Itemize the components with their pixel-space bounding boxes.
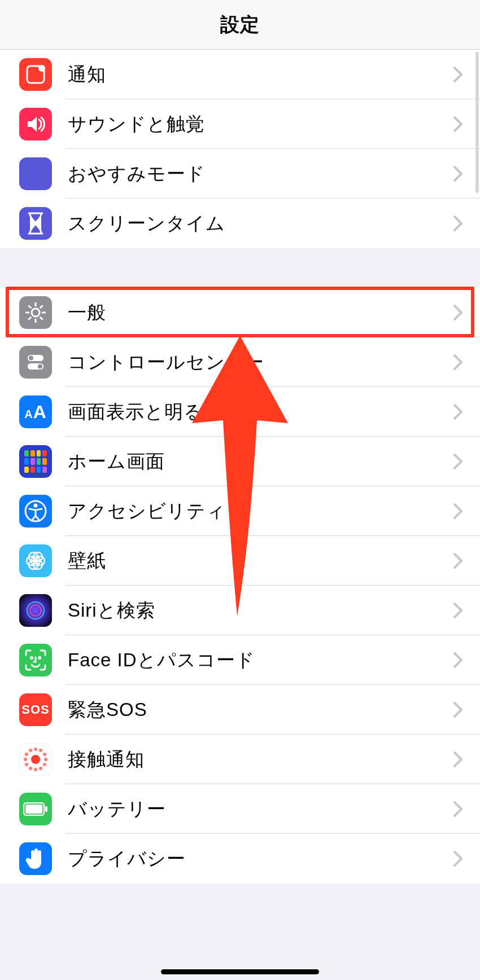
chevron-right-icon — [453, 850, 463, 867]
row-label: 一般 — [68, 300, 453, 326]
svg-point-16 — [34, 504, 38, 508]
siri-icon — [19, 594, 52, 627]
flower-icon — [19, 544, 52, 577]
chevron-right-icon — [453, 354, 463, 371]
settings-row-control-center[interactable]: コントロールセンター — [0, 337, 480, 387]
chevron-right-icon — [453, 701, 463, 718]
settings-row-exposure[interactable]: 接触通知 — [0, 735, 480, 784]
notifications-icon — [19, 58, 52, 91]
exposure-icon — [19, 743, 52, 776]
face-id-icon — [19, 644, 52, 676]
chevron-right-icon — [453, 652, 463, 669]
row-label: 通知 — [68, 62, 453, 87]
chevron-right-icon — [453, 165, 463, 182]
row-label: サウンドと触覚 — [68, 112, 453, 137]
nav-bar: 設定 — [0, 0, 480, 50]
settings-row-privacy[interactable]: プライバシー — [0, 834, 480, 884]
row-label: 接触通知 — [68, 747, 453, 772]
row-label: アクセシビリティ — [68, 499, 453, 524]
row-label: Face IDとパスコード — [68, 648, 453, 673]
settings-group: 一般 コントロールセンター AA 画面表示と明るさ ホーム画面 — [0, 288, 480, 884]
page-title: 設定 — [220, 12, 260, 38]
chevron-right-icon — [453, 304, 463, 321]
settings-row-screentime[interactable]: スクリーンタイム — [0, 199, 480, 248]
hand-icon — [19, 842, 52, 875]
gear-icon — [19, 296, 52, 329]
svg-point-12 — [29, 356, 33, 361]
svg-line-6 — [28, 317, 31, 320]
chevron-right-icon — [453, 552, 463, 569]
row-label: コントロールセンター — [68, 350, 453, 375]
svg-point-2 — [32, 309, 40, 317]
hourglass-icon — [19, 207, 52, 240]
chevron-right-icon — [453, 215, 463, 232]
row-label: おやすみモード — [68, 161, 453, 187]
settings-row-general[interactable]: 一般 — [0, 288, 480, 337]
chevron-right-icon — [453, 751, 463, 768]
svg-point-14 — [38, 364, 42, 369]
chevron-right-icon — [453, 602, 463, 619]
toggles-icon — [19, 346, 52, 379]
row-label: 緊急SOS — [68, 697, 453, 723]
svg-line-10 — [40, 305, 43, 308]
row-label: 画面表示と明るさ — [68, 399, 453, 425]
svg-point-28 — [39, 657, 41, 659]
row-label: スクリーンタイム — [68, 211, 453, 236]
moon-icon — [19, 157, 52, 190]
chevron-right-icon — [453, 453, 463, 470]
settings-row-faceid[interactable]: Face IDとパスコード — [0, 635, 480, 685]
settings-row-accessibility[interactable]: アクセシビリティ — [0, 486, 480, 536]
chevron-right-icon — [453, 66, 463, 83]
svg-line-4 — [40, 317, 43, 320]
row-label: バッテリー — [68, 797, 453, 822]
svg-line-8 — [28, 305, 31, 308]
sos-icon: SOS — [19, 693, 52, 726]
chevron-right-icon — [453, 801, 463, 818]
settings-row-sounds[interactable]: サウンドと触覚 — [0, 99, 480, 149]
svg-rect-30 — [25, 805, 42, 814]
home-grid-icon — [19, 445, 52, 478]
settings-row-sos[interactable]: SOS 緊急SOS — [0, 685, 480, 735]
settings-row-display[interactable]: AA 画面表示と明るさ — [0, 387, 480, 437]
svg-point-1 — [38, 65, 45, 72]
settings-row-dnd[interactable]: おやすみモード — [0, 149, 480, 199]
settings-row-siri[interactable]: Siriと検索 — [0, 586, 480, 635]
settings-row-notifications[interactable]: 通知 — [0, 50, 480, 99]
row-label: Siriと検索 — [68, 598, 453, 623]
row-label: 壁紙 — [68, 548, 453, 574]
row-label: ホーム画面 — [68, 449, 453, 474]
settings-row-battery[interactable]: バッテリー — [0, 784, 480, 834]
chevron-right-icon — [453, 503, 463, 520]
textsize-icon: AA — [19, 395, 52, 428]
accessibility-icon — [19, 495, 52, 528]
row-label: プライバシー — [68, 846, 453, 872]
svg-rect-24 — [19, 594, 52, 627]
settings-row-wallpaper[interactable]: 壁紙 — [0, 536, 480, 586]
settings-screen: 設定 通知 サウンドと触覚 おやすみモード スクリーンタイム — [0, 0, 480, 980]
home-indicator — [161, 969, 319, 974]
battery-icon — [19, 793, 52, 825]
settings-row-homescreen[interactable]: ホーム画面 — [0, 437, 480, 486]
chevron-right-icon — [453, 116, 463, 133]
settings-group: 通知 サウンドと触覚 おやすみモード スクリーンタイム — [0, 50, 480, 248]
chevron-right-icon — [453, 403, 463, 420]
svg-point-27 — [31, 657, 33, 659]
settings-list[interactable]: 通知 サウンドと触覚 おやすみモード スクリーンタイム — [0, 50, 480, 884]
sounds-icon — [19, 108, 52, 140]
svg-rect-31 — [45, 806, 47, 812]
